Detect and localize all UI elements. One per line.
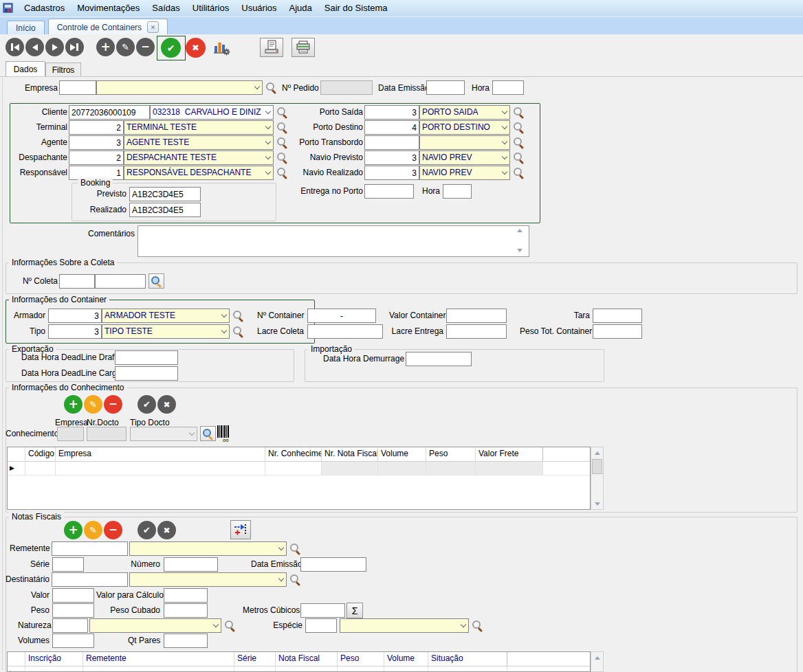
terminal-combo[interactable]: TERMINAL TESTE (124, 120, 274, 135)
cliente-combo[interactable]: 032318 CARVALHO E DINIZ LTD (150, 105, 274, 120)
scrollbar-thumb[interactable] (592, 459, 602, 474)
print-button[interactable] (292, 38, 315, 57)
navio-realizado-search-icon[interactable] (513, 167, 525, 179)
chevron-down-icon[interactable] (263, 106, 273, 119)
chevron-down-icon[interactable] (276, 542, 286, 555)
table-row[interactable]: ▶ (8, 462, 590, 475)
confirm-button[interactable]: ✔ (161, 38, 181, 58)
valor-calculo-input[interactable] (164, 588, 208, 603)
scroll-down-icon[interactable] (517, 249, 522, 252)
chevron-down-icon[interactable] (219, 309, 229, 322)
despachante-search-icon[interactable] (276, 152, 289, 164)
empresa-code-input[interactable] (59, 80, 96, 95)
terminal-code-input[interactable] (69, 120, 124, 135)
n-container-input[interactable] (307, 309, 376, 323)
notas-confirm-button[interactable]: ✔ (138, 521, 156, 539)
navio-previsto-code-input[interactable] (364, 150, 419, 165)
conhecimento-delete-button[interactable]: − (104, 395, 122, 414)
chevron-down-icon[interactable] (499, 136, 509, 149)
nf-data-emissao-input[interactable] (300, 557, 366, 572)
despachante-combo[interactable]: DESPACHANTE TESTE (124, 150, 274, 165)
entrega-no-porto-input[interactable] (364, 184, 414, 199)
conhecimento-edit-button[interactable]: ✎ (84, 395, 102, 414)
natureza-search-icon[interactable] (224, 620, 236, 632)
numero-input[interactable] (164, 557, 218, 572)
remetente-combo[interactable] (129, 541, 287, 556)
empresa-search-icon[interactable] (265, 82, 278, 94)
tab-close-icon[interactable]: ✕ (147, 21, 159, 33)
table-row[interactable]: ▶ (8, 667, 590, 672)
responsavel-combo[interactable]: RESPONSÁVEL DESPACHANTE (124, 166, 274, 180)
cancel-button[interactable]: ✖ (186, 38, 206, 58)
peso-cubado-input[interactable] (164, 603, 208, 618)
menu-item-movimentacoes[interactable]: Movimentações (71, 0, 146, 16)
peso-input[interactable] (52, 603, 94, 618)
scrollbar-up-icon[interactable] (591, 652, 603, 663)
nav-prev-button[interactable] (25, 38, 44, 56)
conhecimento-grid[interactable]: Código Empresa Nr. Conhecimento Nr. Nota… (7, 447, 591, 510)
notas-grid[interactable]: Inscrição Remetente Série Nota Fiscal Pe… (7, 651, 591, 672)
notas-grid-scrollbar[interactable] (591, 651, 604, 672)
especie-code-input[interactable] (305, 618, 337, 633)
menu-item-cadastros[interactable]: Cadastros (18, 0, 71, 16)
porto-destino-search-icon[interactable] (513, 122, 525, 134)
comentarios-textarea[interactable] (138, 225, 529, 257)
scrollbar-up-icon[interactable] (591, 447, 603, 458)
tab-dados[interactable]: Dados (6, 61, 45, 76)
porto-saida-search-icon[interactable] (513, 107, 525, 119)
add-record-button[interactable]: + (96, 38, 115, 56)
tipo-combo[interactable]: TIPO TESTE (102, 324, 230, 339)
barcode-icon[interactable]: oo (217, 425, 230, 444)
nav-last-button[interactable] (65, 38, 84, 56)
notas-edit-button[interactable]: ✎ (84, 521, 102, 539)
agente-combo[interactable]: AGENTE TESTE (124, 135, 274, 150)
natureza-code-input[interactable] (52, 618, 88, 633)
notas-cancel-button[interactable]: ✖ (157, 521, 176, 539)
tipo-search-icon[interactable] (232, 326, 245, 338)
armador-combo[interactable]: ARMADOR TESTE (102, 309, 230, 323)
chevron-down-icon[interactable] (499, 121, 509, 134)
porto-transbordo-search-icon[interactable] (513, 137, 525, 149)
conhecimento-add-button[interactable]: + (64, 395, 82, 414)
tab-inicio[interactable]: Início (7, 21, 45, 35)
chevron-down-icon[interactable] (263, 151, 273, 164)
notas-add-button[interactable]: + (64, 521, 82, 539)
valor-container-input[interactable] (446, 309, 507, 323)
print-preview-button[interactable] (260, 38, 283, 57)
terminal-search-icon[interactable] (276, 122, 289, 134)
edit-record-button[interactable]: ✎ (116, 38, 135, 56)
tipo-code-input[interactable] (48, 324, 102, 339)
deadline-draft-input[interactable] (115, 350, 178, 365)
conhecimento-search-button[interactable] (200, 426, 216, 441)
chevron-down-icon[interactable] (252, 81, 262, 94)
navio-realizado-code-input[interactable] (364, 166, 419, 180)
menu-item-usuarios[interactable]: Usuários (235, 0, 283, 16)
n-coleta-input[interactable] (95, 274, 146, 289)
navio-realizado-combo[interactable]: NAVIO PREV (419, 166, 510, 180)
metros-cubicos-input[interactable] (300, 603, 345, 618)
notas-import-button[interactable] (230, 520, 251, 539)
destinatario-combo[interactable] (129, 572, 287, 587)
chevron-down-icon[interactable] (263, 136, 273, 149)
responsavel-search-icon[interactable] (276, 167, 289, 179)
destinatario-code-input[interactable] (52, 572, 128, 587)
chevron-down-icon[interactable] (499, 151, 509, 164)
agente-code-input[interactable] (69, 135, 124, 150)
chevron-down-icon[interactable] (276, 573, 286, 586)
remetente-search-icon[interactable] (289, 543, 302, 555)
peso-tot-container-input[interactable] (593, 324, 642, 339)
menu-item-ajuda[interactable]: Ajuda (283, 0, 318, 16)
porto-saida-code-input[interactable] (364, 105, 419, 120)
scrollbar-down-icon[interactable] (591, 498, 603, 509)
conhecimento-confirm-button[interactable]: ✔ (138, 395, 156, 414)
porto-destino-code-input[interactable] (364, 120, 419, 135)
conhecimento-cancel-button[interactable]: ✖ (157, 395, 176, 414)
chevron-down-icon[interactable] (210, 619, 221, 632)
tara-input[interactable] (593, 309, 642, 323)
qt-pares-input[interactable] (164, 634, 208, 648)
chevron-down-icon[interactable] (219, 325, 229, 338)
especie-combo[interactable] (340, 618, 469, 633)
lacre-coleta-input[interactable] (307, 324, 383, 339)
menu-item-sair[interactable]: Sair do Sistema (318, 0, 394, 16)
n-coleta-search-button[interactable] (148, 273, 164, 289)
